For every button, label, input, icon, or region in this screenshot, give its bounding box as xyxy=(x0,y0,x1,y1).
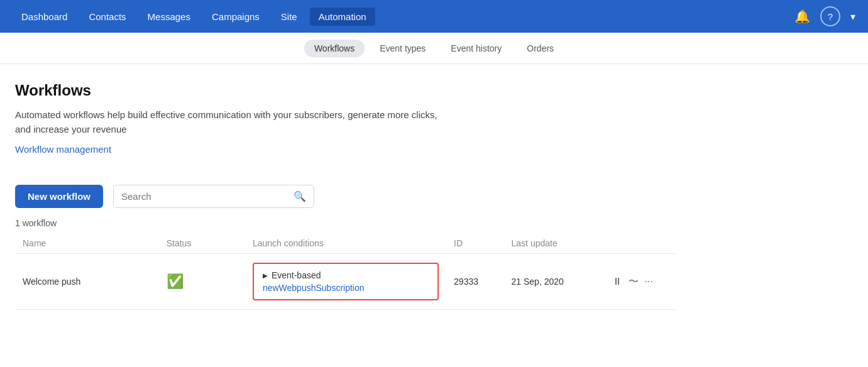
launch-conditions-highlight: ▶ Event-based newWebpushSubscription xyxy=(253,263,439,300)
help-icon[interactable]: ? xyxy=(820,6,840,26)
new-workflow-button[interactable]: New workflow xyxy=(15,185,103,208)
col-header-actions xyxy=(605,233,676,254)
workflow-management-link[interactable]: Workflow management xyxy=(15,144,111,155)
col-header-name: Name xyxy=(15,233,159,254)
search-icon: 🔍 xyxy=(294,190,306,202)
workflow-name: Welcome push xyxy=(15,254,159,310)
col-header-launch: Launch conditions xyxy=(245,233,446,254)
status-active-icon: ✅ xyxy=(167,273,184,289)
search-input[interactable] xyxy=(121,191,288,202)
top-nav-links: Dashboard Contacts Messages Campaigns Si… xyxy=(13,8,794,26)
tab-orders[interactable]: Orders xyxy=(517,40,564,57)
page-title: Workflows xyxy=(15,82,676,99)
table-body: Welcome push ✅ ▶ Event-based newWebpushS… xyxy=(15,254,676,310)
tab-event-history[interactable]: Event history xyxy=(441,40,512,57)
tab-workflows[interactable]: Workflows xyxy=(304,40,365,57)
workflow-table: Name Status Launch conditions ID Last up… xyxy=(15,233,676,310)
launch-type: Event-based xyxy=(272,270,321,280)
top-nav: Dashboard Contacts Messages Campaigns Si… xyxy=(0,0,868,33)
workflow-launch-conditions: ▶ Event-based newWebpushSubscription xyxy=(245,254,446,310)
nav-site[interactable]: Site xyxy=(272,8,306,26)
workflow-actions: ⏸ 〜 ··· xyxy=(605,254,676,310)
col-header-status: Status xyxy=(159,233,245,254)
nav-messages[interactable]: Messages xyxy=(139,8,199,26)
nav-dashboard[interactable]: Dashboard xyxy=(13,8,76,26)
page-description: Automated workflows help build effective… xyxy=(15,108,442,136)
nav-automation[interactable]: Automation xyxy=(310,8,375,26)
search-wrapper: 🔍 xyxy=(113,185,314,208)
nav-contacts[interactable]: Contacts xyxy=(80,8,135,26)
table-row: Welcome push ✅ ▶ Event-based newWebpushS… xyxy=(15,254,676,310)
nav-campaigns[interactable]: Campaigns xyxy=(203,8,268,26)
tab-event-types[interactable]: Event types xyxy=(370,40,436,57)
toolbar: New workflow 🔍 xyxy=(15,185,676,208)
play-icon: ▶ xyxy=(263,272,268,279)
workflow-last-update: 21 Sep, 2020 xyxy=(504,254,605,310)
sub-nav: Workflows Event types Event history Orde… xyxy=(0,33,868,64)
col-header-id: ID xyxy=(446,233,503,254)
table-header: Name Status Launch conditions ID Last up… xyxy=(15,233,676,254)
analytics-icon[interactable]: 〜 xyxy=(629,275,639,288)
top-nav-icons: 🔔 ? ▾ xyxy=(794,6,855,26)
workflow-status: ✅ xyxy=(159,254,245,310)
launch-trigger: ▶ Event-based xyxy=(263,270,429,280)
col-header-last-update: Last update xyxy=(504,233,605,254)
pause-icon[interactable]: ⏸ xyxy=(612,276,622,287)
bell-icon[interactable]: 🔔 xyxy=(794,9,810,24)
workflow-id: 29333 xyxy=(446,254,503,310)
launch-event-link[interactable]: newWebpushSubscription xyxy=(263,283,365,293)
workflow-count: 1 workflow xyxy=(15,218,676,228)
action-icons: ⏸ 〜 ··· xyxy=(612,275,669,288)
more-options-icon[interactable]: ··· xyxy=(645,276,653,287)
chevron-down-icon[interactable]: ▾ xyxy=(850,11,855,23)
page-content: Workflows Automated workflows help build… xyxy=(0,64,691,325)
